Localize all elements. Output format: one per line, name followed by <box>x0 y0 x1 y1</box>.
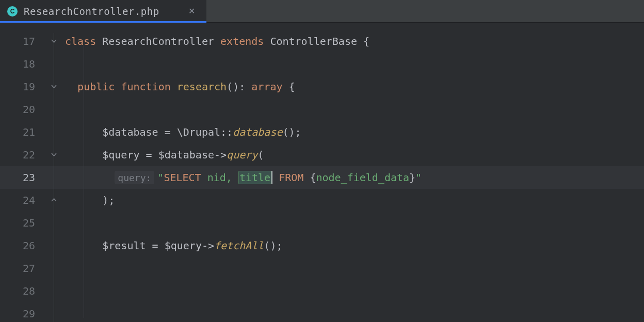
line-number: 26 <box>0 234 47 257</box>
tab-title: ResearchController.php <box>24 6 159 17</box>
line-number: 29 <box>0 302 47 322</box>
line-number: 19 <box>0 75 47 98</box>
line-number: 24 <box>0 189 47 212</box>
code-line: ); <box>62 189 644 212</box>
tab-research-controller[interactable]: C ResearchController.php ✕ <box>0 0 206 22</box>
tab-bar: C ResearchController.php ✕ <box>0 0 644 23</box>
line-number: 25 <box>0 212 47 234</box>
code-line <box>62 53 644 75</box>
parameter-hint: query: <box>115 171 154 184</box>
code-line <box>62 280 644 302</box>
line-number: 27 <box>0 257 47 280</box>
line-number: 18 <box>0 53 47 75</box>
code-line <box>62 212 644 234</box>
indent-guide <box>84 45 84 318</box>
code-line: $query = $database->query( <box>62 143 644 166</box>
close-icon[interactable]: ✕ <box>186 4 197 18</box>
code-line: class ResearchController extends Control… <box>62 30 644 53</box>
line-number: 17 <box>0 30 47 53</box>
line-number: 20 <box>0 98 47 121</box>
code-line: $result = $query->fetchAll(); <box>62 234 644 257</box>
code-line <box>62 257 644 280</box>
code-editor[interactable]: 17181920212223242526272829 class Researc… <box>0 23 644 322</box>
php-class-icon: C <box>7 6 18 17</box>
code-line-current: query:"SELECT nid, title FROM {node_fiel… <box>62 166 644 189</box>
code-line <box>62 302 644 322</box>
code-area[interactable]: class ResearchController extends Control… <box>62 23 644 322</box>
line-number: 21 <box>0 121 47 143</box>
code-line: public function research(): array { <box>62 75 644 98</box>
fold-guide <box>54 33 54 322</box>
line-number: 28 <box>0 280 47 302</box>
line-number: 22 <box>0 143 47 166</box>
line-number: 23 <box>0 166 47 189</box>
fold-column <box>47 23 62 322</box>
code-line: $database = \Drupal::database(); <box>62 121 644 143</box>
selected-word: title <box>238 171 271 184</box>
line-number-gutter: 17181920212223242526272829 <box>0 23 47 322</box>
code-line <box>62 98 644 121</box>
